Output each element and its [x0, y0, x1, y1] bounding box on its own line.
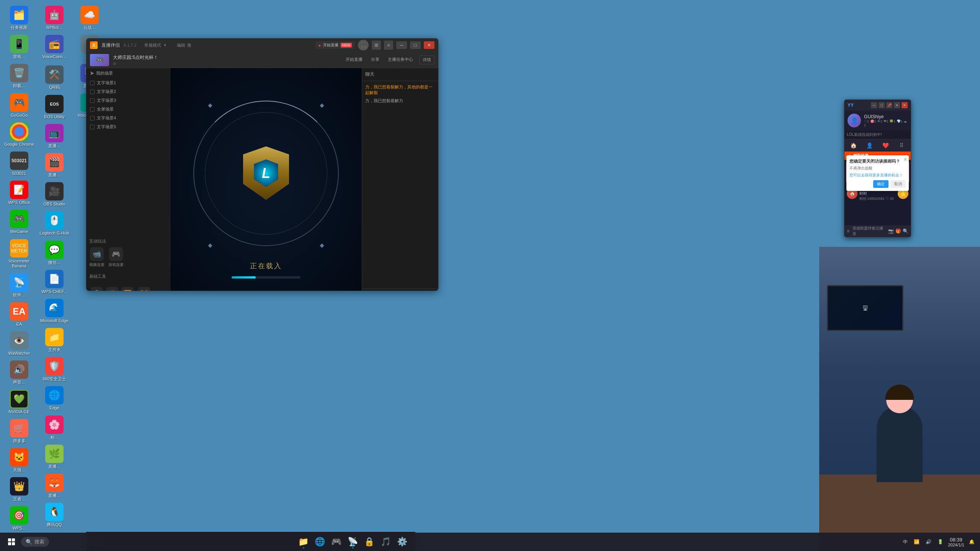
desktop-icon-taskview[interactable]: 🗂️ 任务视图	[2, 4, 36, 32]
popup-confirm-btn[interactable]: 确定	[873, 180, 889, 188]
close-btn[interactable]: ✕	[424, 41, 434, 49]
desktop-icon-watcher[interactable]: 👁️ WaWatcher	[2, 329, 36, 358]
prev-thumb-btn[interactable]: ‹	[844, 169, 844, 175]
taskbar-lang[interactable]: 中	[902, 537, 909, 547]
desktop-icon-503021[interactable]: 503021 503021	[2, 150, 36, 178]
desktop-icon-misc5[interactable]: 🦊 直播...	[37, 472, 72, 500]
desktop-icon-eos[interactable]: EOS EOS Utility	[37, 93, 72, 121]
scene-item-3[interactable]: 全屏场景	[86, 105, 170, 114]
desktop-icon-misc2[interactable]: 📺 直播...	[37, 122, 72, 150]
desktop-icon-folder2[interactable]: 📁 文件夹	[37, 326, 72, 354]
tool-virtual-bg[interactable]: 🖼️ 虚拟背景	[120, 287, 135, 291]
next-thumb-btn[interactable]: ›	[911, 169, 911, 175]
rpbot-icon: 🤖	[45, 6, 64, 24]
taskbar-battery[interactable]: 🔋	[936, 538, 945, 546]
desktop-icon-nvidia[interactable]: 💚 NVIDIA GE	[2, 388, 36, 416]
taskbar-clock[interactable]: 08:39 2024/1/1	[948, 537, 964, 547]
start-menu-btn[interactable]	[4, 534, 19, 549]
desktop-icon-edge2[interactable]: 🌐 Edge	[37, 384, 72, 412]
desktop-icon-ms-edge[interactable]: 🌊 Microsoft Edge	[37, 297, 72, 325]
mode-dropdown-icon[interactable]: ▼	[163, 43, 167, 47]
yy-close-btn[interactable]: ✕	[902, 102, 908, 108]
desktop-icon-voiceconn[interactable]: 📻 VoiceConn...	[37, 33, 72, 61]
headset-btn[interactable]: 🎧	[358, 40, 369, 51]
taskbar-app-vpn[interactable]: 🔒	[362, 534, 377, 549]
desktop-icon-ea[interactable]: EA EA	[2, 300, 36, 329]
popup-link[interactable]: 您可以去获得更多直播的机会！	[849, 173, 906, 178]
yy-camera-icon[interactable]: 📷	[888, 228, 894, 234]
desktop-icon-leidian[interactable]: 📱 雷电...	[2, 33, 36, 61]
yy-gift-icon[interactable]: 🎁	[895, 228, 901, 234]
scene-item-5[interactable]: 文字场景5	[86, 122, 170, 131]
taskbar-app-chrome[interactable]: 🌐	[312, 534, 328, 549]
desktop-icon-chrome[interactable]: Google Chrome	[2, 121, 36, 149]
push-label[interactable]: 推	[187, 42, 191, 48]
desktop-icon-pink[interactable]: 🌸 粉...	[37, 414, 72, 442]
desktop-icon-blacksmith[interactable]: ⚒️ QR码	[37, 64, 72, 92]
desktop-icon-logitech[interactable]: 🖱️ Logitech G-Hub	[37, 209, 72, 238]
maximize-btn[interactable]: □	[410, 41, 421, 49]
tool-filter[interactable]: ✨ 滤镜	[106, 287, 118, 291]
yy-nav-user[interactable]: 👤	[862, 141, 877, 150]
yy-pin-btn[interactable]: 📌	[886, 102, 892, 108]
yy-settings-btn[interactable]: ≡	[894, 102, 900, 108]
yy-nav-home[interactable]: 🏠	[846, 141, 861, 150]
desktop-icon-miracast[interactable]: 📡 软件...	[2, 271, 36, 300]
taskbar-app-filemgr[interactable]: 📁	[296, 534, 311, 549]
desktop-icon-voicemeeter[interactable]: VOICE METER Voicemeter Banana	[2, 237, 36, 271]
desktop-icon-antivirus[interactable]: 🛡️ 360安全卫士	[37, 355, 72, 383]
minimize-btn[interactable]: ─	[396, 41, 407, 49]
desktop-icon-misc3[interactable]: 🎬 直播...	[37, 151, 72, 179]
yy-minimize-btn[interactable]: ─	[871, 102, 877, 108]
taskbar-notification[interactable]: 🔔	[967, 538, 976, 546]
scene-item-4[interactable]: 文字场景4	[86, 114, 170, 122]
scene-item-0[interactable]: 文字场景1	[86, 78, 170, 87]
open-stream-btn[interactable]: 开始直播	[343, 55, 365, 64]
video-link-item[interactable]: 📹 视频连麦	[89, 247, 105, 267]
taskbar-volume[interactable]: 🔊	[924, 538, 933, 546]
host-task-btn[interactable]: 主播任务中心	[385, 55, 415, 64]
desktop-icon-gogogo[interactable]: 🎮 GoGoGo	[2, 91, 36, 120]
desktop-icon-wps[interactable]: 📝 WPS Office	[2, 179, 36, 207]
detail-btn[interactable]: 详情	[419, 55, 434, 64]
desktop-icon-shopee[interactable]: 🛒 拼多多	[2, 417, 36, 445]
share-btn[interactable]: 分享	[369, 55, 382, 64]
yy-restore-btn[interactable]: □	[879, 102, 885, 108]
yy-search-icon[interactable]: 🔍	[903, 228, 908, 234]
start-stream-btn[interactable]: ● 开始直播 NEW	[315, 41, 355, 49]
desktop-icon-wps3[interactable]: 📄 WPS-CHEF...	[37, 268, 72, 296]
edit-label[interactable]: 编辑	[177, 42, 185, 48]
desktop-icon-wegame[interactable]: 🎮 WeGame	[2, 208, 36, 236]
desktop-icon-wangzhe[interactable]: 👑 王者...	[2, 475, 36, 504]
yy-menu-icon[interactable]: ≡	[847, 228, 849, 234]
tool-clip[interactable]: ✂️ 视频片段	[137, 287, 152, 291]
desktop-icon-uninst[interactable]: 🗑️ 卸载...	[2, 62, 36, 90]
popup-cancel-btn[interactable]: 取消	[890, 180, 906, 188]
taskbar-wifi[interactable]: 📶	[912, 538, 921, 546]
yy-nav-follow[interactable]: ❤️	[878, 141, 893, 150]
tool-task[interactable]: 📋 任务中心	[89, 287, 105, 291]
yy-nav-more[interactable]: ⠿	[894, 141, 909, 150]
desktop-icon-rpbot[interactable]: 🤖 RPBot...	[37, 4, 72, 32]
taskbar-app-game[interactable]: 🎮	[329, 534, 344, 549]
scene-item-1[interactable]: 文字场景2	[86, 87, 170, 96]
taskbar-app-live[interactable]: 📡	[345, 534, 361, 549]
desktop-icon-obs[interactable]: 🎥 OBS Studio	[37, 180, 72, 209]
taskbar-search[interactable]: 🔍 搜索	[21, 537, 49, 547]
desktop-icon-wegame2[interactable]: 🎯 WPS...	[2, 504, 36, 533]
popup-close-btn[interactable]: ✕	[903, 157, 907, 162]
desktop-icon-qq[interactable]: 🐧 腾讯QQ	[37, 501, 72, 529]
taskbar-app-music[interactable]: 🎵	[378, 534, 394, 549]
yy-follow-text[interactable]: 英雄联盟伴奏注播直	[851, 226, 887, 236]
grid-btn[interactable]: ⊞	[372, 41, 381, 50]
my-scenes-expand[interactable]: ⮞	[90, 71, 94, 76]
menu-btn[interactable]: ≡	[384, 41, 393, 50]
scene-item-2[interactable]: 文字场景3	[86, 96, 170, 105]
desktop-icon-misc4[interactable]: 🌿 直播...	[37, 443, 72, 471]
desktop-icon-weichat[interactable]: 💬 微信...	[37, 239, 72, 267]
desktop-icon-tianmao[interactable]: 🐱 天猫...	[2, 446, 36, 474]
game-link-item[interactable]: 🎮 游戏连麦	[108, 247, 124, 267]
desktop-icon-yunzhan[interactable]: ☁️ 云战...	[72, 4, 107, 32]
taskbar-app-settings[interactable]: ⚙️	[395, 534, 410, 549]
desktop-icon-sound[interactable]: 🔊 声音...	[2, 359, 36, 387]
